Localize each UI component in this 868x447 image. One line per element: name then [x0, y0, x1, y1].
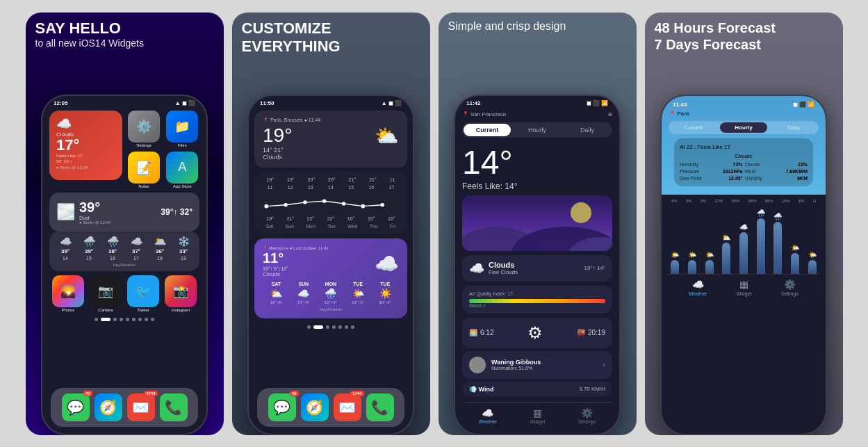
- hills-svg: [462, 209, 612, 251]
- dock-gmail[interactable]: ✉️ 1744: [127, 393, 155, 421]
- sunset-icon: 🌇: [577, 329, 585, 336]
- nav-weather-3[interactable]: ☁️ Weather: [479, 407, 497, 424]
- heyweather-label: HeyWeather: [54, 263, 195, 267]
- page-dots-2: [254, 323, 407, 332]
- weather-strip-widget: 🌫️ 39° Dust ● Berlin @ 12:04 39°↑ 32°: [49, 193, 199, 231]
- time-2: 11:50: [260, 100, 274, 106]
- twitter-icon-label: Twitter: [137, 308, 149, 312]
- strip-range: 39°↑ 32°: [161, 207, 193, 217]
- appstore-app-icon[interactable]: A: [166, 152, 198, 184]
- dock-safari[interactable]: 🧭: [95, 393, 122, 421]
- fp-bar-chart: 🌤️ 🌤️ 🌤️ ⛅: [667, 204, 820, 274]
- chart-line: [260, 193, 402, 213]
- day-icon-2: 🌧️: [83, 236, 95, 247]
- aqi-good: Good >: [469, 303, 605, 308]
- dot-3: [113, 318, 117, 321]
- messages-badge: 42: [83, 391, 92, 396]
- dot-4: [120, 318, 123, 321]
- fp-bar-icon-9: 🌤️: [808, 251, 817, 259]
- dot2-6: [345, 325, 348, 329]
- fp-hour-labels: 9% 9% 9% 27% 56% 88% 86% 14% 8% U: [667, 199, 820, 203]
- pw-main-row: 11° 16°↑ 6°↓12° Clouds ☁️: [263, 250, 399, 277]
- tab-daily[interactable]: Daily: [564, 124, 611, 136]
- files-icon-container: 📁 Files: [165, 111, 199, 147]
- sunset-time: 🌇 20:19: [577, 323, 605, 343]
- bottom-nav-3: ☁️ Weather ▦ Widget ⚙️ Settings: [462, 403, 612, 424]
- pw-day-sat: SAT ⛅ 16°↑6°: [270, 282, 283, 304]
- files-app-icon[interactable]: 📁: [166, 111, 198, 143]
- fp-nav-weather[interactable]: ☁️ Weather: [689, 279, 707, 296]
- tab-hourly[interactable]: Hourly: [514, 124, 561, 136]
- wmw-range: 14° 21°: [263, 147, 292, 154]
- fp-bar-icon-6: 🌧️: [757, 209, 765, 217]
- svg-point-3: [322, 199, 327, 203]
- cloud-sub: Few Clouds: [489, 269, 518, 275]
- dock2-phone[interactable]: 📞: [366, 393, 394, 421]
- pw-temp-block: 11° 16°↑ 6°↓12° Clouds: [263, 250, 288, 277]
- fp-humidity-value: 72%: [732, 162, 742, 167]
- fp-at-text: At 22 , Feels Like 17: [680, 144, 808, 150]
- nav-widget-3[interactable]: ▦ Widget: [530, 407, 546, 424]
- wmw-temp: 19°: [263, 124, 292, 147]
- fp-visibility-label: Visibility: [745, 176, 762, 181]
- turbine-icon: ⚙: [527, 323, 543, 343]
- dot2-2: [313, 325, 323, 329]
- fp-nav-widget[interactable]: ▦ Widget: [737, 279, 752, 296]
- fp-tabs: Current Hourly Daily: [669, 121, 819, 134]
- dock-phone[interactable]: 📞: [160, 393, 188, 421]
- twitter-icon-container: 🐦 Twitter: [127, 275, 159, 312]
- chart-daily-temps: 19°21° 22°22° 16°15° 16°: [260, 216, 402, 221]
- signal-1: ▲ ◼ ⬛: [175, 100, 195, 106]
- pw-range: 16°↑ 6°↓12°: [263, 266, 288, 271]
- day-temp-6: 33°: [179, 248, 188, 254]
- nav-settings-3[interactable]: ⚙️ Settings: [578, 407, 596, 424]
- fp-details-grid: Humidity 72% Clouds 22% Pressure 1012hPa: [680, 162, 808, 181]
- status-bar-3: 11:42 ◼ ⬛ 📶: [455, 96, 619, 108]
- dot-2: [101, 318, 110, 321]
- fp-tab-daily[interactable]: Daily: [770, 122, 817, 133]
- fp-bar-6: [757, 218, 765, 274]
- pw-label: Clouds: [263, 271, 288, 277]
- fp-tab-hourly[interactable]: Hourly: [720, 122, 767, 133]
- status-bar-1: 12:05 ▲ ◼ ⬛: [42, 96, 206, 108]
- pw-days: SAT ⛅ 16°↑6° SUN ☁️ 15°↑5° MON 🌧️ 1: [263, 282, 399, 304]
- tab-current[interactable]: Current: [464, 124, 511, 136]
- fp-tab-current[interactable]: Current: [670, 122, 717, 133]
- fp-nav-settings[interactable]: ⚙️ Settings: [781, 279, 799, 296]
- fp-bar-8: [791, 253, 799, 274]
- fp-bar-icon-8: 🌤️: [791, 244, 799, 252]
- location-row: 📍 San Francisco ≡: [462, 111, 612, 118]
- day-temp-1: 39°: [61, 248, 69, 254]
- card-1-header: SAY HELLO to all new iOS14 Widgets: [26, 13, 224, 51]
- svg-point-6: [380, 203, 384, 207]
- instagram-badge: 17: [200, 95, 208, 99]
- forecast-chart: 19°19° 20°20° 21°21° 11 1112 1314 1516 1…: [254, 172, 407, 234]
- dock2-safari[interactable]: 🧭: [301, 393, 329, 421]
- settings-app-icon[interactable]: ⚙️: [128, 111, 160, 143]
- purple-widget: 📍 Melbourne ● Last Update: 11:41 11° 16°…: [254, 238, 407, 318]
- fp-bar-icon-7: 🌧️: [773, 213, 782, 220]
- weather-cloud-icon: ☁️: [56, 116, 115, 131]
- fp-bar-2: [688, 260, 696, 274]
- strip-temp: 39°: [79, 200, 110, 216]
- dot2-5: [338, 325, 342, 329]
- notes-app-icon[interactable]: 📝: [128, 152, 160, 184]
- wmw-icon-row: ⛅: [375, 124, 399, 147]
- forecast-days: ☁️ 39° 14 🌧️ 39° 15 🌧️ 38° 16: [54, 236, 195, 261]
- dock2-messages[interactable]: 💬 42: [268, 393, 296, 421]
- day-temp-5: 36°: [156, 248, 164, 254]
- dock-messages[interactable]: 💬 42: [62, 393, 90, 421]
- pw-day-tue2: TUE ☀️ 10°↑2°: [379, 282, 391, 304]
- time-3: 11:42: [466, 100, 480, 106]
- photos-app-icon[interactable]: 🌄: [52, 275, 84, 307]
- wind-speed: 3.70 KM/H: [579, 386, 605, 392]
- instagram-app-icon[interactable]: 📸 17: [165, 275, 197, 307]
- fp-bar-5: [739, 232, 748, 274]
- forecast-strip: ☁️ 39° 14 🌧️ 39° 15 🌧️ 38° 16: [49, 231, 199, 271]
- sun-moon-row: 🌅 6:12 ⚙ 🌇 20:19: [462, 318, 612, 348]
- twitter-app-icon[interactable]: 🐦: [127, 275, 159, 307]
- fp-humidity: Humidity 72%: [680, 162, 743, 167]
- dock2-gmail[interactable]: ✉️ 1744: [334, 393, 361, 421]
- dot-1: [95, 318, 98, 321]
- camera-app-icon[interactable]: 📷: [90, 275, 122, 307]
